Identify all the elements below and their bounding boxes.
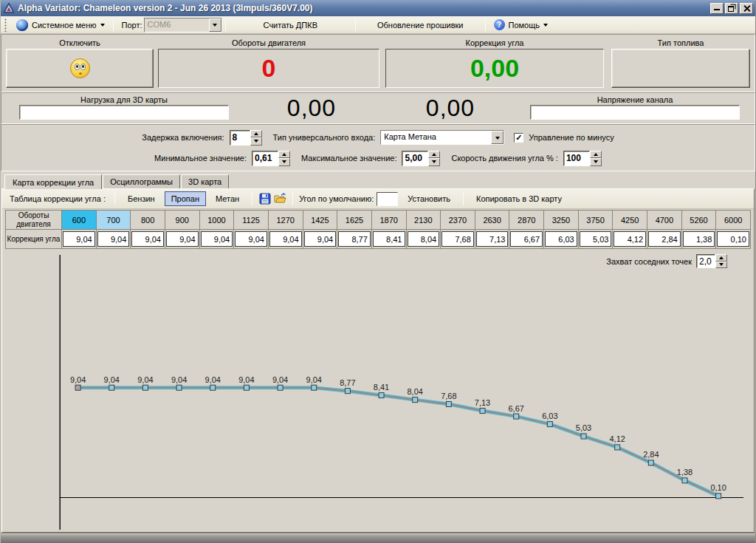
correction-cell[interactable]: 7,13 [476,231,509,247]
rpm-cell[interactable]: 4700 [647,211,682,230]
restore-button[interactable] [725,3,738,14]
curve-point[interactable] [648,460,653,465]
curve-point[interactable] [581,434,586,439]
toolbar-grip[interactable] [4,18,7,32]
correction-cell[interactable]: 9,04 [201,231,233,247]
curve-point[interactable] [345,389,350,394]
curve-point[interactable] [615,445,620,450]
curve-point[interactable] [109,385,114,390]
rpm-cell[interactable]: 4250 [613,211,647,230]
curve-point[interactable] [210,385,216,390]
rpm-cell[interactable]: 600 [62,211,97,230]
correction-cell[interactable]: 9,04 [166,231,199,247]
curve-point[interactable] [75,385,80,390]
rpm-cell[interactable]: 2370 [441,211,475,230]
correction-cell[interactable]: 9,04 [63,231,95,247]
rpm-cell[interactable]: 1125 [234,211,269,230]
rpm-cell[interactable]: 2870 [509,211,544,230]
correction-cell[interactable]: 6,03 [545,231,577,247]
rpm-cell[interactable]: 5260 [682,211,717,230]
max-spin-down-button[interactable] [428,158,440,166]
curve-point[interactable] [379,393,384,398]
correction-cell[interactable]: 7,68 [441,231,474,247]
capture-spin-up-button[interactable] [715,254,727,262]
correction-cell[interactable]: 5,03 [580,231,612,247]
curve-point[interactable] [480,409,485,414]
rpm-cell[interactable]: 2130 [407,211,441,230]
disconnect-button[interactable] [6,49,154,88]
read-dpkv-button[interactable]: Считать ДПКВ [258,19,323,31]
correction-cell[interactable]: 1,38 [683,231,715,247]
rpm-cell[interactable]: 2630 [475,211,510,230]
correction-cell[interactable]: 8,77 [338,231,371,247]
correction-cell[interactable]: 4,12 [614,231,646,247]
correction-cell[interactable]: 0,10 [717,231,749,247]
speed-spin-up-button[interactable] [590,151,602,159]
default-angle-input[interactable] [377,192,398,206]
rpm-cell[interactable]: 800 [131,211,165,230]
rpm-cell[interactable]: 1270 [269,211,303,230]
delay-spin-up-button[interactable] [250,130,262,138]
input-type-combobox[interactable]: Карта Метана [380,130,504,145]
rpm-cell[interactable]: 1625 [337,211,372,230]
min-spin-down-button[interactable] [278,158,290,166]
curve-point[interactable] [176,385,182,390]
delay-spin-down-button[interactable] [250,137,262,146]
rpm-cell[interactable]: 3250 [544,211,579,230]
tab-correction-map[interactable]: Карта коррекции угла [4,174,102,189]
rpm-cell[interactable]: 6000 [716,211,751,230]
curve-point[interactable] [514,414,519,419]
capture-spin-down-button[interactable] [715,262,727,269]
speed-spin-down-button[interactable] [590,158,602,166]
adjacent-points-input[interactable]: 2,0 [696,254,715,268]
min-spin-up-button[interactable] [278,151,290,159]
curve-point[interactable] [716,494,721,499]
tab-3d-map[interactable]: 3D карта [181,174,229,188]
rpm-cell[interactable]: 1425 [303,211,338,230]
minus-control-checkbox[interactable]: ✓ [514,133,523,143]
copy-to-3d-button[interactable]: Копировать в 3D карту [470,191,568,206]
fuel-type-display[interactable] [611,49,750,88]
firmware-update-button[interactable]: Обновление прошивки [372,19,469,31]
curve-point[interactable] [244,385,249,390]
close-button[interactable] [740,3,753,14]
fuel-propan-button[interactable]: Пропан [165,191,206,206]
curve-point[interactable] [413,397,418,403]
minimize-button[interactable] [710,3,724,14]
max-spin-up-button[interactable] [428,151,440,159]
rpm-cell[interactable]: 900 [165,211,200,230]
curve-point[interactable] [278,385,283,390]
fuel-benzin-button[interactable]: Бензин [121,191,162,206]
correction-cell[interactable]: 8,41 [373,231,405,247]
rpm-cell[interactable]: 1000 [200,211,235,230]
min-value-input[interactable]: 0,61 [252,151,278,166]
curve-point[interactable] [682,478,687,483]
rpm-cell[interactable]: 700 [97,211,131,230]
tab-oscillograms[interactable]: Осциллограммы [103,174,180,188]
rpm-cell[interactable]: 3750 [579,211,614,230]
angle-speed-input[interactable]: 100 [563,151,590,166]
system-menu-button[interactable]: Системное меню [11,18,110,33]
correction-cell[interactable]: 9,04 [235,231,267,247]
correction-curve-chart[interactable]: 9,049,049,049,049,049,049,049,048,778,41… [2,249,754,532]
curve-point[interactable] [446,402,451,407]
correction-cell[interactable]: 6,67 [510,231,543,247]
port-dropdown-button[interactable] [209,18,221,32]
set-angle-button[interactable]: Установить [401,191,457,206]
max-value-input[interactable]: 5,00 [402,151,428,166]
correction-cell[interactable]: 9,04 [97,231,130,247]
correction-cell[interactable]: 9,04 [304,231,337,247]
port-combobox[interactable]: COM6 [144,18,222,33]
curve-point[interactable] [547,422,552,427]
correction-cell[interactable]: 9,04 [131,231,164,247]
open-file-button[interactable] [274,193,286,205]
correction-cell[interactable]: 2,84 [648,231,681,247]
help-menu-button[interactable]: ? Помощь [489,18,554,32]
curve-point[interactable] [312,385,317,390]
correction-cell[interactable]: 9,04 [269,231,302,247]
correction-cell[interactable]: 8,04 [408,231,440,247]
save-button[interactable] [258,193,271,205]
delay-input[interactable]: 8 [230,130,250,146]
rpm-cell[interactable]: 1870 [372,211,407,230]
curve-point[interactable] [142,385,148,390]
